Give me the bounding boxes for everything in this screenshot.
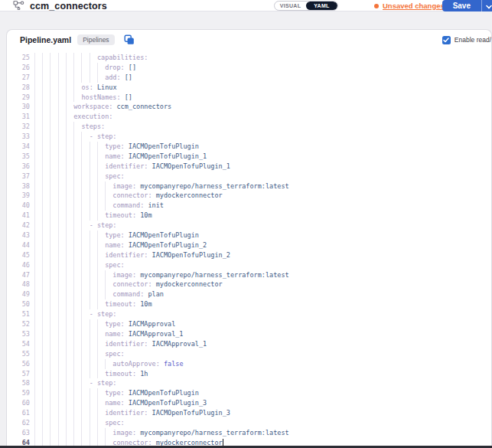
- indent-guide: [105, 280, 106, 289]
- indent-guide: [81, 132, 82, 142]
- indent-guide: [73, 172, 74, 181]
- indent-guide: [42, 359, 43, 369]
- code-line[interactable]: 36 identifier: IACMOpenTofuPlugin_1: [7, 162, 491, 172]
- indent-guide: [73, 270, 74, 280]
- code-line[interactable]: 53 name: IACMApproval_1: [7, 329, 491, 339]
- indent-guide: [34, 240, 35, 250]
- yaml-value: init: [148, 201, 163, 209]
- indent-guide: [50, 329, 51, 339]
- code-line[interactable]: 35 name: IACMOpenTofuPlugin_1: [7, 152, 491, 162]
- yaml-key: identifier:: [105, 162, 148, 170]
- indent-guide: [42, 93, 43, 103]
- code-line[interactable]: 64 connector: mydockerconnector: [7, 438, 491, 446]
- yaml-key: image:: [112, 182, 136, 190]
- visual-toggle-button[interactable]: VISUAL: [275, 2, 306, 10]
- indent-guide: [81, 309, 82, 319]
- code-line[interactable]: 50 timeout: 10m: [7, 299, 491, 309]
- indent-guide: [81, 73, 82, 83]
- code-line[interactable]: 30 workspace: ccm_connectors: [7, 102, 491, 112]
- code-line[interactable]: 41 timeout: 10m: [7, 211, 491, 221]
- yaml-value: Linux: [97, 83, 117, 91]
- code-line[interactable]: 32 steps:: [7, 122, 491, 132]
- code-line[interactable]: 46 spec:: [7, 260, 491, 270]
- code-line[interactable]: 42 - step:: [7, 221, 491, 231]
- code-line[interactable]: 60 name: IACMOpenTofuPlugin_3: [7, 398, 491, 408]
- indent-guide: [66, 349, 67, 359]
- code-line[interactable]: 56 autoApprove: false: [7, 359, 491, 369]
- code-line[interactable]: 39 connector: mydockerconnector: [7, 191, 491, 201]
- yaml-key: os:: [81, 83, 93, 91]
- checkbox-checked-icon[interactable]: [442, 36, 451, 44]
- code-line[interactable]: 43 type: IACMOpenTofuPlugin: [7, 231, 491, 240]
- unsaved-changes-link[interactable]: Unsaved changes: [383, 2, 445, 10]
- code-line[interactable]: 31 execution:: [7, 112, 491, 122]
- indent-guide: [42, 53, 43, 63]
- code-line[interactable]: 25 capabilities:: [7, 53, 491, 63]
- code-line[interactable]: 49 command: plan: [7, 289, 491, 299]
- code-line[interactable]: 26 drop: []: [7, 63, 491, 73]
- code-line[interactable]: 28 os: Linux: [7, 83, 491, 93]
- code-line[interactable]: 44 name: IACMOpenTofuPlugin_2: [7, 240, 491, 250]
- code-line[interactable]: 37 spec:: [7, 172, 491, 181]
- code-line[interactable]: 29 hostNames: []: [7, 93, 491, 103]
- code-line[interactable]: 27 add: []: [7, 73, 491, 83]
- line-number: 31: [7, 112, 30, 122]
- code-line[interactable]: 55 spec:: [7, 349, 491, 359]
- indent-guide: [42, 398, 43, 408]
- yaml-key: type:: [105, 142, 125, 150]
- code-line[interactable]: 45 identifier: IACMOpenTofuPlugin_2: [7, 250, 491, 260]
- indent-guide: [81, 408, 82, 418]
- save-dropdown-button[interactable]: [481, 0, 492, 11]
- indent-guide: [42, 191, 43, 201]
- indent-guide: [97, 428, 98, 438]
- indent-guide: [90, 349, 90, 359]
- indent-guide: [42, 63, 43, 73]
- code-line[interactable]: 57 timeout: 1h: [7, 369, 491, 379]
- code-line[interactable]: 40 command: init: [7, 201, 491, 211]
- code-line[interactable]: 33 - step:: [7, 132, 491, 142]
- yaml-value: mydockerconnector: [156, 191, 223, 199]
- yaml-key: spec:: [105, 172, 125, 180]
- code-line[interactable]: 61 identifier: IACMOpenTofuPlugin_3: [7, 408, 491, 418]
- indent-guide: [34, 83, 35, 93]
- code-line[interactable]: 34 type: IACMOpenTofuPlugin: [7, 142, 491, 152]
- indent-guide: [34, 122, 35, 132]
- save-button[interactable]: Save: [442, 0, 481, 11]
- indent-guide: [73, 408, 74, 418]
- code-line[interactable]: 62 spec:: [7, 418, 491, 428]
- indent-guide: [34, 162, 35, 172]
- code-line[interactable]: 54 identifier: IACMApproval_1: [7, 339, 491, 349]
- indent-guide: [81, 250, 82, 260]
- enable-edit-toggle[interactable]: Enable read/: [442, 30, 491, 50]
- copy-icon[interactable]: [124, 34, 135, 45]
- code-line[interactable]: 48 connector: mydockerconnector: [7, 280, 491, 289]
- yaml-key: image:: [112, 271, 136, 279]
- code-line[interactable]: 63 image: mycompanyrepo/harness_terrafor…: [7, 428, 491, 438]
- code-line[interactable]: 38 image: mycompanyrepo/harness_terrafor…: [7, 181, 491, 191]
- code-line[interactable]: 47 image: mycompanyrepo/harness_terrafor…: [7, 270, 491, 280]
- indent-guide: [50, 53, 51, 63]
- code-line[interactable]: 59 type: IACMOpenTofuPlugin: [7, 388, 491, 398]
- indent-guide: [81, 191, 82, 201]
- code-line[interactable]: 52 type: IACMApproval: [7, 319, 491, 329]
- indent-guide: [97, 231, 98, 240]
- indent-guide: [34, 211, 35, 221]
- indent-guide: [81, 428, 82, 438]
- pipeline-graph-icon: [13, 0, 24, 13]
- code-content: name: IACMOpenTofuPlugin_3: [34, 398, 491, 408]
- indent-guide: [66, 162, 67, 172]
- yaml-value: IACMOpenTofuPlugin_3: [152, 409, 230, 417]
- indent-guide: [73, 63, 74, 73]
- indent-guide: [34, 349, 35, 359]
- indent-guide: [58, 428, 59, 438]
- indent-guide: [34, 369, 35, 379]
- indent-guide: [97, 369, 98, 379]
- yaml-editor[interactable]: 25 capabilities:26 drop: []27 add: []28 …: [7, 50, 491, 446]
- code-line[interactable]: 58 - step:: [7, 378, 491, 388]
- indent-guide: [42, 250, 43, 260]
- code-line[interactable]: 51 - step:: [7, 309, 491, 319]
- yaml-toggle-button[interactable]: YAML: [306, 2, 337, 10]
- indent-guide: [90, 329, 90, 339]
- indent-guide: [58, 181, 59, 191]
- indent-guide: [58, 231, 59, 240]
